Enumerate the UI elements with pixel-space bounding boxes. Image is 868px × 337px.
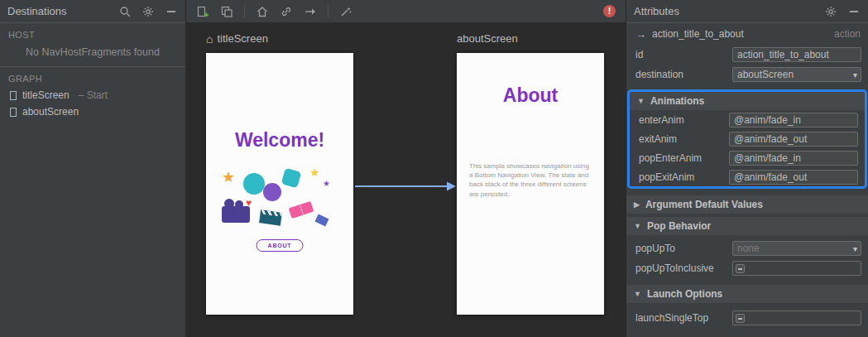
destinations-panel: Destinations HOST No NavHostFragments fo… <box>0 0 186 337</box>
purple-circle-shape <box>263 183 281 201</box>
attributes-panel-header: Attributes <box>626 0 868 23</box>
teal-square-shape <box>281 168 301 188</box>
popenteranim-row: popEnterAnim @anim/fade_in <box>630 148 865 167</box>
about-button-preview[interactable]: ABOUT <box>257 239 304 252</box>
titlescreen-label-text: titleScreen <box>217 32 267 45</box>
chevron-down-icon: ▾ <box>851 244 859 253</box>
launchsingletop-label: launchSingleTop <box>635 312 732 324</box>
animations-highlight-box: ▼ Animations enterAnim @anim/fade_in exi… <box>627 89 867 189</box>
graph-item-label: aboutScreen <box>22 106 79 118</box>
destination-row: destination aboutScreen ▾ <box>626 65 868 84</box>
purple-star-icon: ★ <box>323 180 330 188</box>
home-icon: ⌂ <box>206 33 213 45</box>
gear-icon[interactable] <box>141 5 155 18</box>
clapperboard-shape <box>259 209 282 225</box>
auto-arrange-wand-icon[interactable] <box>339 5 352 18</box>
section-header-pop-behavior[interactable]: ▼ Pop Behavior <box>626 217 868 235</box>
fragment-icon <box>10 91 17 100</box>
selected-action-row: → action_title_to_about action <box>626 23 868 45</box>
nested-graph-icon[interactable] <box>220 5 233 18</box>
search-icon[interactable] <box>118 5 132 18</box>
graph-item-aboutscreen[interactable]: aboutScreen <box>0 104 185 120</box>
popexitanim-field[interactable]: @anim/fade_out <box>729 170 858 185</box>
launchsingletop-row: launchSingleTop <box>626 308 868 328</box>
add-action-icon[interactable] <box>304 5 317 18</box>
popupto-value: none <box>737 243 851 254</box>
destination-value: aboutScreen <box>737 69 851 80</box>
graph-item-suffix: – Start <box>79 89 108 101</box>
starburst-icon: ★ <box>222 170 235 185</box>
host-empty-message: No NavHostFragments found <box>0 43 185 66</box>
toolbar-separator <box>244 5 245 18</box>
popuptoinclusive-checkbox[interactable] <box>732 261 861 276</box>
attributes-panel: Attributes → action_title_to_about actio… <box>626 0 868 337</box>
deep-link-icon[interactable] <box>280 5 293 18</box>
popuptoinclusive-row: popUpToInclusive <box>626 258 868 278</box>
gear-icon[interactable] <box>824 5 837 18</box>
movie-camera-shape <box>222 206 250 223</box>
minimize-icon[interactable] <box>165 5 178 18</box>
popenteranim-label: popEnterAnim <box>639 152 729 164</box>
minimize-icon[interactable] <box>847 5 861 18</box>
destination-label: destination <box>635 69 732 80</box>
destinations-panel-title: Destinations <box>7 5 118 17</box>
yellow-star-icon: ★ <box>309 166 320 178</box>
toolbar-separator <box>328 5 328 18</box>
popenteranim-field[interactable]: @anim/fade_in <box>729 151 858 166</box>
teal-circle-shape <box>243 173 265 195</box>
section-header-launch-options[interactable]: ▼ Launch Options <box>626 285 868 303</box>
section-closed-icon: ▶ <box>634 200 640 209</box>
popexitanim-row: popExitAnim @anim/fade_out <box>630 167 865 186</box>
indeterminate-checkbox-icon <box>736 314 745 323</box>
popupto-dropdown[interactable]: none ▾ <box>732 241 861 256</box>
aboutscreen-preview[interactable]: About This sample showcases navigation u… <box>457 53 604 315</box>
graph-section-label: GRAPH <box>0 67 185 87</box>
titlescreen-preview[interactable]: Welcome! ★ ★ ★ ♥ ABOUT <box>206 53 353 315</box>
destination-dropdown[interactable]: aboutScreen ▾ <box>732 67 861 82</box>
section-header-argument-defaults[interactable]: ▶ Argument Default Values <box>626 195 868 214</box>
about-body-text: This sample showcases navigation using a… <box>469 161 592 199</box>
canvas-toolbar: ! <box>186 0 626 23</box>
nav-graph-canvas[interactable]: ⌂ titleScreen Welcome! ★ ★ ★ ♥ ABOUT <box>186 23 626 337</box>
section-header-animations[interactable]: ▼ Animations <box>630 92 865 110</box>
animations-header-label: Animations <box>650 95 704 107</box>
graph-item-label: titleScreen <box>22 89 70 101</box>
exitanim-label: exitAnim <box>639 133 729 145</box>
destinations-panel-header: Destinations <box>0 0 185 23</box>
section-open-icon: ▼ <box>634 222 641 230</box>
error-badge-icon[interactable]: ! <box>603 5 616 17</box>
indeterminate-checkbox-icon <box>736 264 745 273</box>
illustration: ★ ★ ★ ♥ <box>223 171 336 243</box>
launchsingletop-checkbox[interactable] <box>732 311 861 325</box>
enteranim-label: enterAnim <box>639 114 729 126</box>
titlescreen-label[interactable]: ⌂ titleScreen <box>206 32 268 45</box>
id-row: id action_title_to_about <box>626 45 868 65</box>
popupto-row: popUpTo none ▾ <box>626 238 868 258</box>
launch-options-header-label: Launch Options <box>647 288 722 300</box>
enteranim-field[interactable]: @anim/fade_in <box>729 113 858 128</box>
section-open-icon: ▼ <box>634 290 641 298</box>
selected-action-name: action_title_to_about <box>652 28 828 40</box>
selected-action-type: action <box>834 28 861 40</box>
welcome-heading: Welcome! <box>206 129 353 152</box>
action-connection-arrow[interactable] <box>355 179 458 194</box>
attributes-panel-title: Attributes <box>634 5 824 17</box>
graph-item-titlescreen[interactable]: titleScreen – Start <box>0 87 185 104</box>
exitanim-row: exitAnim @anim/fade_out <box>630 129 865 148</box>
section-open-icon: ▼ <box>637 97 645 105</box>
add-destination-icon[interactable] <box>196 5 209 18</box>
id-field[interactable]: action_title_to_about <box>732 47 861 62</box>
enteranim-row: enterAnim @anim/fade_in <box>630 110 865 129</box>
action-arrow-icon: → <box>635 28 646 41</box>
chevron-down-icon: ▾ <box>851 70 859 79</box>
aboutscreen-label-text: aboutScreen <box>457 32 518 45</box>
about-heading: About <box>457 84 604 107</box>
argument-defaults-header-label: Argument Default Values <box>645 199 763 210</box>
exitanim-field[interactable]: @anim/fade_out <box>729 132 858 147</box>
popuptoinclusive-label: popUpToInclusive <box>635 262 732 274</box>
assign-start-home-icon[interactable] <box>256 5 269 18</box>
pop-behavior-header-label: Pop Behavior <box>647 220 711 232</box>
popupto-label: popUpTo <box>635 243 732 254</box>
popexitanim-label: popExitAnim <box>639 171 729 183</box>
aboutscreen-label[interactable]: aboutScreen <box>457 32 518 45</box>
